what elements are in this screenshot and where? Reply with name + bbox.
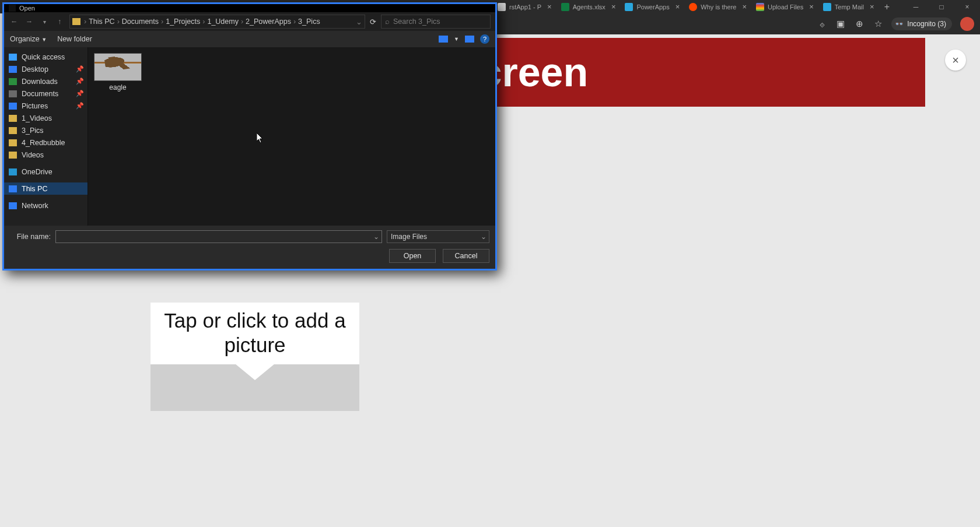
sidebar-label: Pictures	[22, 102, 48, 110]
onedrive-icon	[9, 168, 17, 175]
close-icon[interactable]: ×	[742, 2, 747, 11]
close-preview-button[interactable]: ×	[945, 50, 966, 71]
network-icon	[9, 202, 17, 209]
sidebar-item-network[interactable]: Network	[4, 199, 88, 212]
sidebar-item-3pics[interactable]: 3_Pics	[4, 124, 88, 136]
star-icon[interactable]: ☆	[873, 19, 883, 29]
filter-label: Image Files	[391, 233, 427, 241]
search-input[interactable]: ⌕ Search 3_Pics	[381, 15, 491, 29]
tab-agents[interactable]: Agents.xlsx ×	[556, 0, 621, 13]
sidebar-label: 3_Pics	[22, 127, 44, 135]
breadcrumb-item[interactable]: This PC	[89, 17, 114, 26]
file-item-eagle[interactable]: eagle	[94, 53, 142, 92]
sidebar-item-pictures[interactable]: Pictures 📌	[4, 100, 88, 112]
new-folder-button[interactable]: New folder	[57, 35, 92, 43]
nav-up-button[interactable]: ↑	[54, 17, 65, 26]
sidebar-item-videos[interactable]: Videos	[4, 149, 88, 161]
search-placeholder: Search 3_Pics	[393, 17, 440, 26]
file-list-area[interactable]: eagle	[88, 47, 495, 226]
sidebar-item-thispc[interactable]: This PC	[4, 182, 88, 195]
close-icon[interactable]: ×	[676, 2, 680, 11]
tab-label: Agents.xlsx	[573, 3, 606, 10]
incognito-label: Incognito (3)	[907, 20, 946, 28]
chevron-down-icon[interactable]: ⌄	[373, 233, 379, 241]
dialog-sidebar: Quick access Desktop 📌 Downloads 📌 Docum…	[4, 47, 88, 226]
zoom-icon[interactable]: ⊕	[854, 19, 864, 29]
mouse-cursor-icon	[257, 133, 264, 143]
tab-upload[interactable]: Upload Files ×	[751, 0, 818, 13]
camera-icon[interactable]: ▣	[835, 19, 846, 29]
dialog-title: Open	[19, 5, 35, 12]
eagle-image-icon	[104, 54, 134, 72]
close-icon[interactable]: ×	[611, 2, 616, 11]
translate-icon[interactable]: ⟐	[817, 19, 827, 29]
sidebar-label: Downloads	[22, 78, 58, 86]
add-picture-placeholder	[150, 364, 359, 411]
browser-tabs: rstApp1 - P × Agents.xlsx × PowerApps × …	[493, 0, 895, 13]
browser-toolbar-right: ⟐ ▣ ⊕ ☆ 👓 Incognito (3)	[493, 13, 980, 34]
favicon	[498, 3, 506, 11]
breadcrumb-dropdown[interactable]: ⌄	[356, 17, 362, 26]
nav-recent-button[interactable]: ▾	[39, 19, 50, 25]
breadcrumb[interactable]: › This PC › Documents › 1_Projects › 1_U…	[69, 15, 365, 29]
nav-back-button[interactable]: ←	[9, 17, 19, 26]
nav-forward-button[interactable]: →	[24, 17, 34, 26]
star-icon	[9, 54, 17, 61]
videos-icon	[9, 152, 17, 159]
desktop-icon	[9, 66, 17, 73]
preview-pane-icon[interactable]	[465, 36, 474, 43]
chevron-right-icon: ›	[84, 17, 86, 26]
sidebar-item-onedrive[interactable]: OneDrive	[4, 166, 88, 178]
filename-input[interactable]: ⌄	[55, 230, 382, 243]
pc-icon	[9, 185, 17, 192]
tab-powerapps[interactable]: PowerApps ×	[620, 0, 684, 13]
tab-app1[interactable]: rstApp1 - P ×	[493, 0, 556, 13]
sidebar-label: OneDrive	[22, 168, 52, 176]
sidebar-item-downloads[interactable]: Downloads 📌	[4, 75, 88, 87]
sidebar-label: Videos	[22, 151, 44, 159]
tab-label: Upload Files	[768, 3, 803, 10]
sidebar-label: 1_Videos	[22, 114, 52, 122]
breadcrumb-item[interactable]: 1_Udemy	[207, 17, 239, 26]
organize-button[interactable]: Organize ▼	[10, 35, 47, 43]
close-icon[interactable]: ×	[547, 2, 552, 11]
breadcrumb-item[interactable]: Documents	[122, 17, 159, 26]
favicon	[756, 3, 764, 11]
tab-reddit[interactable]: Why is there ×	[684, 0, 751, 13]
sidebar-item-documents[interactable]: Documents 📌	[4, 87, 88, 100]
sidebar-item-redbubble[interactable]: 4_Redbubble	[4, 136, 88, 149]
chevron-down-icon: ⌄	[481, 233, 487, 241]
chevron-right-icon: ›	[202, 17, 205, 26]
tab-tempmail[interactable]: Temp Mail ×	[818, 0, 879, 13]
close-window-button[interactable]: ×	[954, 0, 980, 13]
sidebar-item-desktop[interactable]: Desktop 📌	[4, 63, 88, 75]
cancel-button[interactable]: Cancel	[443, 249, 489, 263]
help-icon[interactable]: ?	[480, 34, 489, 44]
folder-icon	[9, 139, 17, 146]
sidebar-item-1videos[interactable]: 1_Videos	[4, 112, 88, 124]
incognito-indicator[interactable]: 👓 Incognito (3)	[891, 17, 952, 30]
file-type-select[interactable]: Image Files ⌄	[387, 230, 489, 243]
breadcrumb-item[interactable]: 1_Projects	[166, 17, 200, 26]
refresh-button[interactable]: ⟳	[370, 17, 376, 26]
new-tab-button[interactable]: +	[879, 0, 895, 13]
file-label: eagle	[109, 83, 126, 92]
avatar[interactable]	[960, 17, 974, 31]
add-picture-control[interactable]: Tap or click to add a picture	[150, 303, 359, 411]
documents-icon	[9, 90, 17, 97]
chevron-right-icon: ›	[161, 17, 163, 26]
breadcrumb-item[interactable]: 3_Pics	[298, 17, 320, 26]
view-mode-icon[interactable]	[439, 36, 448, 43]
sidebar-item-quick-access[interactable]: Quick access	[4, 51, 88, 63]
minimize-button[interactable]: ─	[903, 0, 929, 13]
close-icon[interactable]: ×	[809, 2, 814, 11]
breadcrumb-item[interactable]: 2_PowerApps	[246, 17, 291, 26]
chevron-down-icon[interactable]: ▼	[454, 36, 459, 42]
pin-icon: 📌	[76, 78, 84, 85]
dialog-titlebar[interactable]: Open	[4, 4, 495, 12]
close-icon[interactable]: ×	[870, 2, 874, 11]
open-button[interactable]: Open	[389, 249, 436, 263]
favicon	[689, 3, 697, 11]
folder-icon	[9, 127, 17, 134]
maximize-button[interactable]: □	[929, 0, 954, 13]
